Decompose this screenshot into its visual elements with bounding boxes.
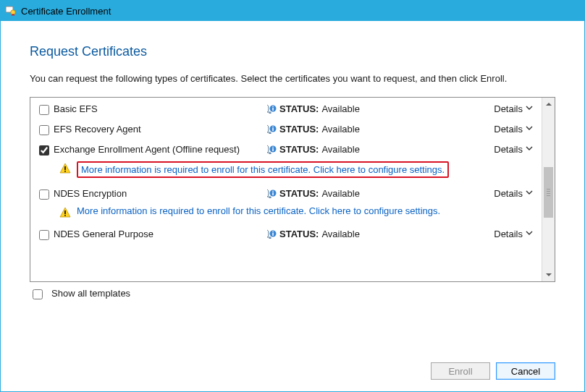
cert-checkbox[interactable] xyxy=(39,105,49,115)
certificate-row: Basic EFS STATUS: Available Details xyxy=(30,99,542,119)
vertical-scrollbar[interactable] xyxy=(542,98,555,281)
enrollment-window: Certificate Enrollment Request Certifica… xyxy=(0,0,585,392)
show-all-row: Show all templates xyxy=(30,282,555,305)
titlebar: Certificate Enrollment xyxy=(1,1,584,21)
scroll-track[interactable] xyxy=(542,111,555,268)
svg-rect-15 xyxy=(272,190,274,192)
cert-status: STATUS: Available xyxy=(265,188,481,200)
chevron-down-icon xyxy=(526,104,533,113)
cancel-button[interactable]: Cancel xyxy=(496,362,555,380)
content-area: Request Certificates You can request the… xyxy=(1,21,584,391)
details-label: Details xyxy=(494,124,523,135)
chevron-down-icon xyxy=(526,124,533,133)
status-value: Available xyxy=(321,229,360,239)
svg-rect-17 xyxy=(64,215,66,216)
status-prefix: STATUS: xyxy=(279,229,319,239)
chevron-down-icon xyxy=(526,189,533,197)
certificate-icon xyxy=(5,5,17,17)
cert-name: Basic EFS xyxy=(54,103,265,114)
scroll-up-button[interactable] xyxy=(542,98,555,111)
details-label: Details xyxy=(494,229,523,239)
window-title: Certificate Enrollment xyxy=(21,6,111,17)
dialog-buttons: Enroll Cancel xyxy=(30,355,555,384)
status-prefix: STATUS: xyxy=(279,144,319,155)
warning-icon xyxy=(59,163,71,174)
chevron-down-icon xyxy=(526,229,533,238)
scroll-down-button[interactable] xyxy=(542,268,555,281)
status-prefix: STATUS: xyxy=(279,188,319,199)
cert-status: STATUS: Available xyxy=(265,144,481,155)
page-title: Request Certificates xyxy=(30,44,555,59)
cert-name: NDES General Purpose xyxy=(54,229,265,239)
svg-rect-4 xyxy=(272,106,274,107)
certificate-list-pane: Basic EFS STATUS: Available Details EFS … xyxy=(30,97,555,282)
cert-name: NDES Encryption xyxy=(54,188,265,199)
cert-checkbox[interactable] xyxy=(39,189,49,200)
info-icon xyxy=(265,188,277,200)
details-toggle[interactable]: Details xyxy=(481,103,537,114)
status-value: Available xyxy=(321,144,360,155)
svg-rect-6 xyxy=(272,128,274,131)
cert-warning-row: More information is required to enroll f… xyxy=(30,160,542,184)
status-prefix: STATUS: xyxy=(279,124,319,135)
enroll-button[interactable]: Enroll xyxy=(431,362,490,380)
certificate-row: EFS Recovery Agent STATUS: Available Det… xyxy=(30,119,542,140)
svg-rect-3 xyxy=(272,108,274,111)
svg-rect-19 xyxy=(272,233,274,236)
svg-rect-11 xyxy=(64,166,66,170)
details-label: Details xyxy=(494,144,523,155)
svg-rect-9 xyxy=(272,148,274,151)
certificate-list-viewport: Basic EFS STATUS: Available Details EFS … xyxy=(30,98,542,281)
cert-checkbox[interactable] xyxy=(39,230,49,240)
cert-status: STATUS: Available xyxy=(265,124,481,135)
svg-point-1 xyxy=(11,10,15,14)
svg-rect-12 xyxy=(64,171,66,172)
cert-name: EFS Recovery Agent xyxy=(54,124,265,135)
details-toggle[interactable]: Details xyxy=(481,229,537,239)
svg-rect-14 xyxy=(272,192,274,195)
show-all-label: Show all templates xyxy=(51,288,130,299)
certificate-row: NDES Encryption STATUS: Available Detail… xyxy=(30,184,542,204)
configure-link[interactable]: More information is required to enroll f… xyxy=(77,205,440,216)
certificate-row: Exchange Enrollment Agent (Offline reque… xyxy=(30,140,542,160)
info-icon xyxy=(265,124,277,135)
cert-name: Exchange Enrollment Agent (Offline reque… xyxy=(54,144,265,155)
status-prefix: STATUS: xyxy=(279,103,319,114)
status-value: Available xyxy=(321,103,360,114)
show-all-checkbox[interactable] xyxy=(33,289,43,299)
certificate-row: NDES General Purpose STATUS: Available D… xyxy=(30,224,542,240)
details-label: Details xyxy=(494,188,523,199)
cert-status: STATUS: Available xyxy=(265,229,481,240)
configure-link[interactable]: More information is required to enroll f… xyxy=(81,164,445,175)
warning-icon xyxy=(59,207,71,218)
info-icon xyxy=(265,229,277,240)
info-icon xyxy=(265,103,277,115)
cert-checkbox[interactable] xyxy=(39,145,49,155)
status-value: Available xyxy=(321,188,360,199)
scroll-thumb[interactable] xyxy=(544,167,553,218)
details-label: Details xyxy=(494,103,523,114)
svg-rect-10 xyxy=(272,146,274,148)
details-toggle[interactable]: Details xyxy=(481,144,537,155)
details-toggle[interactable]: Details xyxy=(481,124,537,135)
svg-rect-7 xyxy=(272,126,274,127)
cert-warning-row: More information is required to enroll f… xyxy=(30,204,542,224)
details-toggle[interactable]: Details xyxy=(481,188,537,199)
svg-rect-16 xyxy=(64,210,66,214)
status-value: Available xyxy=(321,124,360,135)
svg-rect-20 xyxy=(272,231,274,232)
cert-status: STATUS: Available xyxy=(265,103,481,115)
page-instructions: You can request the following types of c… xyxy=(30,72,555,85)
chevron-down-icon xyxy=(526,145,533,153)
highlighted-link: More information is required to enroll f… xyxy=(77,161,449,178)
info-icon xyxy=(265,144,277,155)
cert-checkbox[interactable] xyxy=(39,125,49,135)
